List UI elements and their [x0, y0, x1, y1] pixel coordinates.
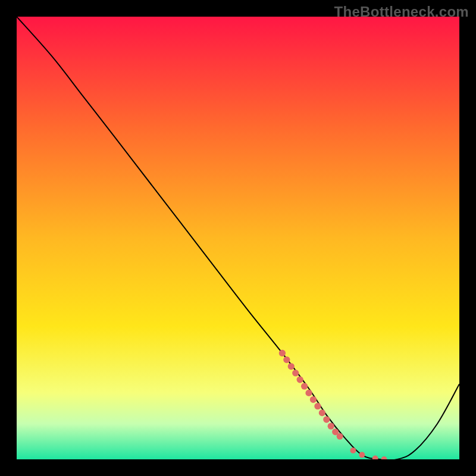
chart-frame: TheBottleneck.com	[0, 0, 476, 476]
marker-dot	[328, 423, 334, 430]
marker-dot	[337, 433, 343, 440]
marker-dot	[359, 452, 365, 458]
marker-dot	[350, 447, 356, 453]
marker-dot	[310, 396, 317, 403]
gradient-rect	[17, 17, 459, 459]
marker-dot	[305, 390, 312, 396]
plot-area	[17, 17, 459, 459]
marker-dot	[283, 356, 290, 363]
marker-dot	[292, 369, 299, 376]
marker-dot	[288, 363, 295, 369]
marker-dot	[319, 409, 325, 416]
marker-dot	[314, 403, 321, 409]
marker-dot	[297, 376, 303, 383]
marker-dot	[279, 350, 286, 356]
marker-dot	[301, 383, 308, 390]
chart-svg	[17, 17, 459, 459]
marker-dot	[323, 416, 330, 422]
